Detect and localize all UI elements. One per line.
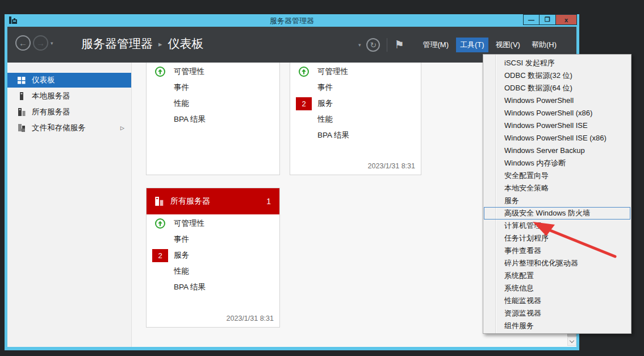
menu-item-memory-diagnostic[interactable]: Windows 内存诊断 — [483, 157, 631, 169]
scroll-down-button[interactable] — [567, 337, 576, 346]
sidebar-item-all-servers[interactable]: 所有服务器 — [7, 105, 131, 119]
refresh-icon[interactable]: ↻ — [366, 38, 380, 52]
server-icon — [16, 92, 27, 101]
menubar-view[interactable]: 视图(V) — [492, 38, 524, 52]
tile-row-label: 性能 — [174, 266, 189, 276]
tile-row-label: 事件 — [174, 82, 189, 93]
tile-row[interactable]: 性能 — [147, 263, 279, 279]
tile-row[interactable]: 2 服务 — [147, 247, 279, 263]
menu-item-computer-management[interactable]: 计算机管理 — [483, 220, 631, 232]
menu-item-odbc32[interactable]: ODBC 数据源(32 位) — [483, 69, 631, 82]
chevron-down-icon — [570, 338, 574, 343]
breadcrumb-separator-icon: ▸ — [158, 40, 162, 48]
sidebar-item-label: 仪表板 — [32, 75, 55, 85]
tile-row[interactable]: 事件 — [147, 231, 279, 247]
tile-row-label: 可管理性 — [174, 218, 204, 229]
desktop: 服务器管理器 — ❐ x ← → ▾ 服务器管理器 ▸ 仪表板 — [0, 0, 644, 356]
up-arrow-green-icon — [150, 66, 170, 77]
menu-item-system-config[interactable]: 系统配置 — [483, 270, 631, 282]
tile-row[interactable]: BPA 结果 — [290, 127, 421, 143]
tile-timestamp: 2023/1/31 8:31 — [368, 162, 415, 170]
menubar-help[interactable]: 帮助(H) — [528, 38, 561, 52]
menu-item-system-info[interactable]: 系统信息 — [483, 282, 631, 295]
back-button[interactable]: ← — [15, 35, 31, 51]
menubar-tools[interactable]: 工具(T) — [456, 38, 488, 52]
tile-row[interactable]: 可管理性 — [290, 64, 421, 80]
close-button[interactable]: x — [556, 14, 577, 25]
sidebar-item-label: 所有服务器 — [32, 107, 70, 117]
titlebar[interactable]: 服务器管理器 — ❐ x — [5, 14, 579, 27]
sidebar-item-local-server[interactable]: 本地服务器 — [7, 89, 131, 104]
expand-arrow-icon[interactable]: ▷ — [120, 125, 124, 131]
forward-button[interactable]: → — [33, 35, 48, 51]
menu-item-defrag-optimize[interactable]: 碎片整理和优化驱动器 — [483, 257, 631, 270]
sidebar-item-file-storage[interactable]: 文件和存储服务 ▷ — [7, 121, 131, 135]
server-count: 1 — [266, 197, 271, 206]
menu-item-iscsi[interactable]: iSCSI 发起程序 — [483, 57, 631, 69]
menu-item-advanced-firewall[interactable]: 高级安全 Windows 防火墙 — [483, 207, 631, 220]
menu-item-event-viewer[interactable]: 事件查看器 — [483, 245, 631, 257]
menu-item-server-backup[interactable]: Windows Server Backup — [483, 144, 631, 157]
nav-history-caret-icon[interactable]: ▾ — [51, 40, 53, 46]
menu-item-performance-monitor[interactable]: 性能监视器 — [483, 295, 631, 307]
menu-item-powershell-ise[interactable]: Windows PowerShell ISE — [483, 119, 631, 132]
service-alert-badge[interactable]: 2 — [152, 249, 168, 262]
breadcrumb-current[interactable]: 仪表板 — [168, 36, 204, 52]
maximize-button[interactable]: ❐ — [540, 14, 556, 25]
tile-all-servers-header[interactable]: 所有服务器 1 — [147, 188, 279, 214]
tile-local-server[interactable]: 可管理性 事件 性能 BPA 结果 — [146, 63, 280, 175]
tile-row[interactable]: 事件 — [290, 80, 421, 96]
tile-row-label: 可管理性 — [174, 67, 204, 77]
tile-row[interactable]: 性能 — [290, 111, 421, 127]
tile-row[interactable]: 性能 — [147, 96, 279, 111]
header-separator — [387, 38, 387, 52]
tile-row-label: 事件 — [317, 82, 333, 93]
dashboard-grid-icon — [16, 76, 27, 85]
tile-row-label: BPA 结果 — [174, 114, 206, 125]
nav-buttons: ← → ▾ — [15, 35, 53, 51]
tile-row[interactable]: 2 服务 — [290, 96, 421, 111]
tile-row-label: 性能 — [174, 98, 189, 109]
menu-item-resource-monitor[interactable]: 资源监视器 — [483, 307, 631, 320]
file-storage-icon — [16, 123, 27, 133]
menu-item-powershell-x86[interactable]: Windows PowerShell (x86) — [483, 107, 631, 119]
sidebar-item-dashboard[interactable]: 仪表板 — [7, 73, 131, 88]
server-list-caret-icon[interactable]: ▾ — [358, 42, 361, 48]
menu-item-task-scheduler[interactable]: 任务计划程序 — [483, 232, 631, 245]
sidebar-item-label: 文件和存储服务 — [32, 123, 86, 133]
tile-row[interactable]: BPA 结果 — [147, 111, 279, 127]
tile-row-label: 服务 — [317, 98, 333, 109]
breadcrumb-root[interactable]: 服务器管理器 — [81, 36, 153, 52]
tile-row[interactable]: 事件 — [147, 80, 279, 96]
menu-item-component-services[interactable]: 组件服务 — [483, 320, 631, 332]
menu-item-powershell-ise-x86[interactable]: Windows PowerShell ISE (x86) — [483, 132, 631, 144]
tile-row-label: 性能 — [317, 114, 333, 125]
tile-row[interactable]: 可管理性 — [147, 64, 279, 80]
tile-row[interactable]: 可管理性 — [147, 216, 279, 231]
tile-all-servers[interactable]: 所有服务器 1 可管理性 事件 — [146, 188, 280, 328]
tile-row-label: BPA 结果 — [174, 282, 206, 292]
notifications-flag-icon[interactable]: ⚑ — [394, 38, 404, 51]
tile-row-label: 事件 — [174, 234, 189, 245]
tile-row-label: 服务 — [174, 250, 189, 260]
tile-local-server-status[interactable]: 可管理性 事件 2 服务 性能 BPA 结果 2023/1/31 8:31 — [290, 63, 421, 175]
up-arrow-green-icon — [294, 66, 314, 77]
menu-item-powershell[interactable]: Windows PowerShell — [483, 94, 631, 107]
servers-icon — [154, 196, 164, 206]
tile-timestamp: 2023/1/31 8:31 — [227, 314, 274, 322]
menu-item-odbc64[interactable]: ODBC 数据源(64 位) — [483, 82, 631, 94]
menu-item-security-config-wizard[interactable]: 安全配置向导 — [483, 169, 631, 182]
menu-item-local-security-policy[interactable]: 本地安全策略 — [483, 182, 631, 194]
minimize-button[interactable]: — — [523, 14, 540, 25]
window-title: 服务器管理器 — [5, 16, 579, 26]
menubar-manage[interactable]: 管理(M) — [419, 38, 453, 52]
up-arrow-green-icon — [150, 218, 170, 229]
service-alert-badge[interactable]: 2 — [296, 97, 312, 110]
tile-row[interactable]: BPA 结果 — [147, 279, 279, 295]
menu-item-services[interactable]: 服务 — [483, 194, 631, 207]
tile-title: 所有服务器 — [170, 196, 210, 206]
tile-row-label: 可管理性 — [317, 67, 348, 77]
tile-row-label: BPA 结果 — [317, 130, 349, 140]
sidebar: 仪表板 本地服务器 — [7, 63, 131, 347]
tools-dropdown-menu: iSCSI 发起程序 ODBC 数据源(32 位) ODBC 数据源(64 位)… — [483, 54, 632, 334]
